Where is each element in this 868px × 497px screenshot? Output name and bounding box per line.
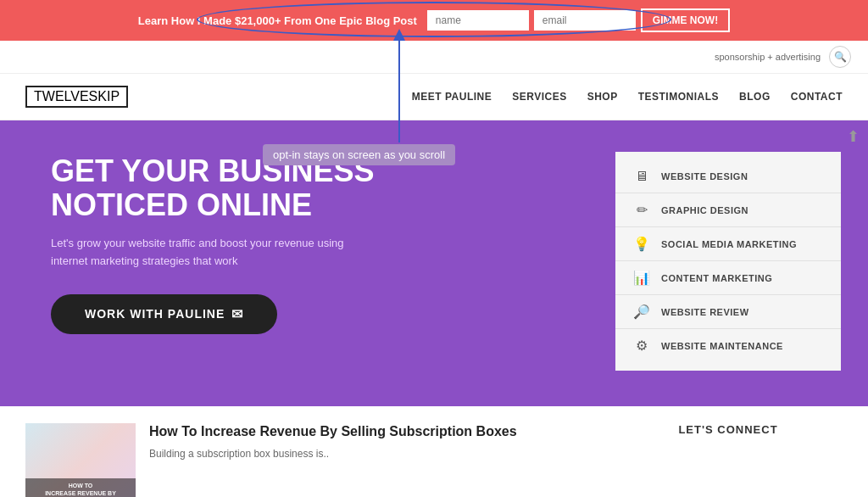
service-label: WEBSITE REVIEW — [661, 307, 749, 317]
search-icon[interactable]: 🔍 — [829, 46, 851, 68]
service-item-social-media[interactable]: 💡 SOCIAL MEDIA MARKETING — [615, 227, 841, 261]
nav-contact[interactable]: CONTACT — [791, 91, 843, 103]
main-nav: MEET PAULINE SERVICES SHOP TESTIMONIALS … — [412, 91, 843, 103]
email-input[interactable] — [534, 10, 636, 31]
service-item-website-review[interactable]: 🔎 WEBSITE REVIEW — [615, 295, 841, 329]
hero-section: ⬆ GET YOUR BUSINESS NOTICED ONLINE Let's… — [0, 120, 868, 406]
blog-excerpt: Building a subscription box business is.… — [149, 446, 588, 461]
upload-icon: ⬆ — [847, 127, 860, 146]
sponsorship-link[interactable]: sponsorship + advertising — [715, 52, 821, 62]
nav-meet-pauline[interactable]: MEET PAULINE — [412, 91, 492, 103]
lets-connect-title: LET'S CONNECT — [614, 423, 843, 436]
chart-icon: 📊 — [632, 270, 651, 286]
name-input[interactable] — [427, 10, 529, 31]
hero-subtitle: Let's grow your website traffic and boos… — [51, 235, 356, 271]
nav-shop[interactable]: SHOP — [587, 91, 618, 103]
content-area: HOW TO INCREASE REVENUE BY SELLING SUBSC… — [0, 406, 868, 497]
nav-testimonials[interactable]: TESTIMONIALS — [638, 91, 719, 103]
work-with-pauline-button[interactable]: WORK WITH PAULINE ✉ — [51, 294, 277, 334]
monitor-icon: 🖥 — [632, 169, 651, 184]
logo-twelve: TWELVE — [34, 89, 89, 103]
service-item-website-design[interactable]: 🖥 WEBSITE DESIGN — [615, 160, 841, 193]
thumbnail-overlay: HOW TO INCREASE REVENUE BY SELLING SUBSC… — [25, 478, 136, 497]
banner-text: Learn How I Made $21,000+ From One Epic … — [138, 14, 417, 27]
logo-skip: SKIP — [89, 89, 120, 103]
blog-info: How To Increase Revenue By Selling Subsc… — [149, 423, 588, 497]
service-label: GRAPHIC DESIGN — [661, 205, 748, 215]
secondary-bar: sponsorship + advertising 🔍 — [0, 41, 868, 74]
service-item-content-marketing[interactable]: 📊 CONTENT MARKETING — [615, 261, 841, 295]
magnify-icon: 🔎 — [632, 304, 651, 320]
blog-thumbnail: HOW TO INCREASE REVENUE BY SELLING SUBSC… — [25, 423, 136, 497]
service-label: CONTENT MARKETING — [661, 273, 772, 283]
blog-title: How To Increase Revenue By Selling Subsc… — [149, 423, 588, 441]
service-label: SOCIAL MEDIA MARKETING — [661, 239, 797, 249]
lightbulb-icon: 💡 — [632, 236, 651, 252]
service-item-graphic-design[interactable]: ✏ GRAPHIC DESIGN — [615, 193, 841, 227]
logo: TWELVESKIP — [25, 86, 128, 108]
header: TWELVESKIP MEET PAULINE SERVICES SHOP TE… — [0, 74, 868, 120]
hero-title: GET YOUR BUSINESS NOTICED ONLINE — [51, 154, 597, 221]
banner-form: GIMME NOW! — [427, 8, 730, 32]
service-label: WEBSITE MAINTENANCE — [661, 341, 783, 351]
services-box: 🖥 WEBSITE DESIGN ✏ GRAPHIC DESIGN 💡 SOCI… — [614, 150, 843, 372]
nav-services[interactable]: SERVICES — [512, 91, 566, 103]
service-item-website-maintenance[interactable]: ⚙ WEBSITE MAINTENANCE — [615, 329, 841, 362]
nav-blog[interactable]: BLOG — [739, 91, 771, 103]
pencil-icon: ✏ — [632, 202, 651, 218]
hero-content: GET YOUR BUSINESS NOTICED ONLINE Let's g… — [51, 154, 597, 372]
gear-icon: ⚙ — [632, 338, 651, 354]
top-banner: Learn How I Made $21,000+ From One Epic … — [0, 0, 868, 41]
gimme-button[interactable]: GIMME NOW! — [641, 8, 730, 32]
envelope-icon: ✉ — [231, 306, 243, 322]
service-label: WEBSITE DESIGN — [661, 171, 748, 181]
blog-post: HOW TO INCREASE REVENUE BY SELLING SUBSC… — [25, 423, 588, 497]
lets-connect: LET'S CONNECT — [614, 423, 843, 497]
